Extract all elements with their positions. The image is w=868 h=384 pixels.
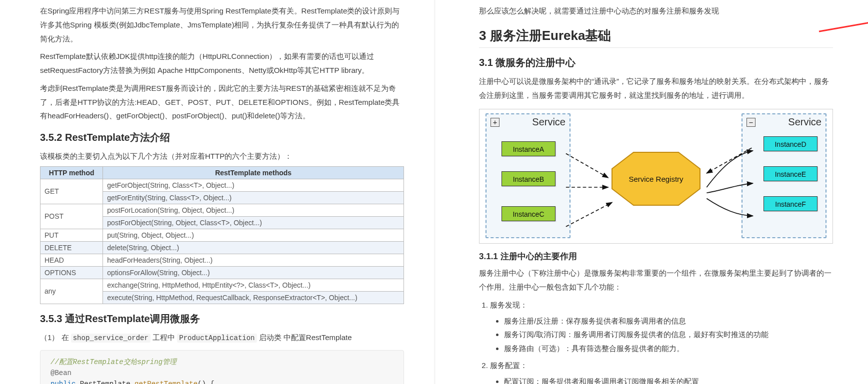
- instance-box: InstanceF: [764, 196, 818, 211]
- table-cell: delete(String, Object...): [103, 241, 404, 254]
- paragraph: 服务注册中心（下称注册中心）是微服务架构非常重要的一个组件，在微服务架构里主要起…: [479, 266, 833, 294]
- svg-line-4: [566, 203, 612, 227]
- inline-code: shop_service_order: [71, 334, 150, 343]
- table-cell: getForEntity(String, Class<T>, Object...…: [103, 191, 404, 204]
- paragraph: 在Spring应用程序中访问第三方REST服务与使用Spring RestTem…: [40, 4, 404, 45]
- table-cell: OPTIONS: [40, 266, 103, 279]
- list-item: 服务发现： 服务注册/反注册：保存服务提供者和服务调用者的信息 服务订阅/取消订…: [490, 298, 833, 356]
- table-cell: getForObject(String, Class<T>, Object...…: [103, 179, 404, 191]
- service-label: Service: [532, 116, 566, 128]
- instance-box: InstanceD: [764, 136, 818, 151]
- table-cell: optionsForAllow(String, Object...): [103, 266, 404, 279]
- svg-line-2: [566, 154, 608, 178]
- table-cell: GET: [40, 179, 103, 204]
- table-cell: POST: [40, 204, 103, 229]
- table-cell: execute(String, HttpMethod, RequestCallb…: [103, 291, 404, 304]
- list-item: 配置订阅：服务提供者和服务调用者订阅微服务相关的配置: [504, 375, 833, 384]
- heading-3-5-2: 3.5.2 RestTemplate方法介绍: [40, 131, 404, 144]
- instance-box: InstanceC: [502, 206, 556, 221]
- table-cell: put(String, Object, Object...): [103, 229, 404, 241]
- code-block: //配置RestTemplate交给spring管理 @Bean public …: [40, 350, 404, 384]
- table-cell: PUT: [40, 229, 103, 241]
- heading-3: 3 服务注册Eureka基础: [479, 27, 833, 48]
- table-row: HEADheadForHeaders(String, Object...): [40, 254, 404, 266]
- list-item: 服务订阅/取消订阅：服务调用者订阅服务提供者的信息，最好有实时推送的功能: [504, 328, 833, 342]
- table-row: POSTpostForLocation(String, Object, Obje…: [40, 204, 404, 216]
- left-document-pane: 在Spring应用程序中访问第三方REST服务与使用Spring RestTem…: [0, 0, 434, 384]
- heading-3-1-1: 3.1.1 注册中心的主要作用: [479, 251, 833, 262]
- paragraph: 注册中心可以说是微服务架构中的“通讯录”，它记录了服务和服务地址的映射关系。在分…: [479, 74, 833, 102]
- table-header: RestTemplate methods: [103, 166, 404, 179]
- instance-box: InstanceA: [502, 141, 556, 156]
- instance-box: InstanceE: [764, 166, 818, 181]
- table-cell: postForObject(String, Object, Class<T>, …: [103, 216, 404, 229]
- pane-divider: [434, 0, 436, 384]
- inline-code: ProductApplication: [177, 334, 256, 343]
- instance-box: InstanceB: [502, 171, 556, 186]
- service-registry-node: Service Registry: [611, 151, 701, 206]
- paragraph: （1） 在 shop_service_order 工程中 ProductAppl…: [40, 331, 404, 345]
- heading-3-5-3: 3.5.3 通过RestTemplate调用微服务: [40, 312, 404, 326]
- paragraph: 考虑到RestTemplate类是为调用REST服务而设计的，因此它的主要方法与…: [40, 81, 404, 123]
- sub-list: 配置订阅：服务提供者和服务调用者订阅微服务相关的配置: [504, 375, 833, 384]
- table-intro: 该模板类的主要切入点为以下几个方法（并对应着HTTP的六个主要方法）：: [40, 149, 404, 163]
- http-methods-table: HTTP method RestTemplate methods GETgetF…: [40, 166, 404, 304]
- table-cell: exchange(String, HttpMethod, HttpEntity<…: [103, 279, 404, 291]
- table-row: DELETEdelete(String, Object...): [40, 241, 404, 254]
- table-cell: HEAD: [40, 254, 103, 266]
- table-cell: any: [40, 279, 103, 304]
- paragraph: RestTemplate默认依赖JDK提供http连接的能力（HttpURLCo…: [40, 49, 404, 77]
- service-label: Service: [788, 116, 822, 128]
- sub-list: 服务注册/反注册：保存服务提供者和服务调用者的信息 服务订阅/取消订阅：服务调用…: [504, 314, 833, 356]
- heading-3-1: 3.1 微服务的注册中心: [479, 56, 833, 69]
- table-cell: postForLocation(String, Object, Object..…: [103, 204, 404, 216]
- table-header: HTTP method: [40, 166, 103, 179]
- table-row: OPTIONSoptionsForAllow(String, Object...…: [40, 266, 404, 279]
- table-row: PUTput(String, Object, Object...): [40, 229, 404, 241]
- table-cell: headForHeaders(String, Object...): [103, 254, 404, 266]
- list-item: 服务路由（可选）：具有筛选整合服务提供者的能力。: [504, 342, 833, 356]
- list-item: 服务配置： 配置订阅：服务提供者和服务调用者订阅微服务相关的配置: [490, 359, 833, 384]
- collapse-toggle-icon: −: [746, 118, 756, 127]
- table-row: anyexchange(String, HttpMethod, HttpEnti…: [40, 279, 404, 291]
- list-item: 服务注册/反注册：保存服务提供者和服务调用者的信息: [504, 314, 833, 328]
- right-document-pane: 那么应该怎么解决呢，就需要通过注册中心动态的对服务注册和服务发现 3 服务注册E…: [434, 0, 868, 384]
- service-registry-diagram: + Service InstanceA InstanceB InstanceC …: [479, 109, 833, 244]
- table-row: GETgetForObject(String, Class<T>, Object…: [40, 179, 404, 191]
- expand-toggle-icon: +: [490, 118, 500, 127]
- paragraph: 那么应该怎么解决呢，就需要通过注册中心动态的对服务注册和服务发现: [479, 4, 833, 18]
- numbered-list: 服务发现： 服务注册/反注册：保存服务提供者和服务调用者的信息 服务订阅/取消订…: [490, 298, 833, 384]
- table-cell: DELETE: [40, 241, 103, 254]
